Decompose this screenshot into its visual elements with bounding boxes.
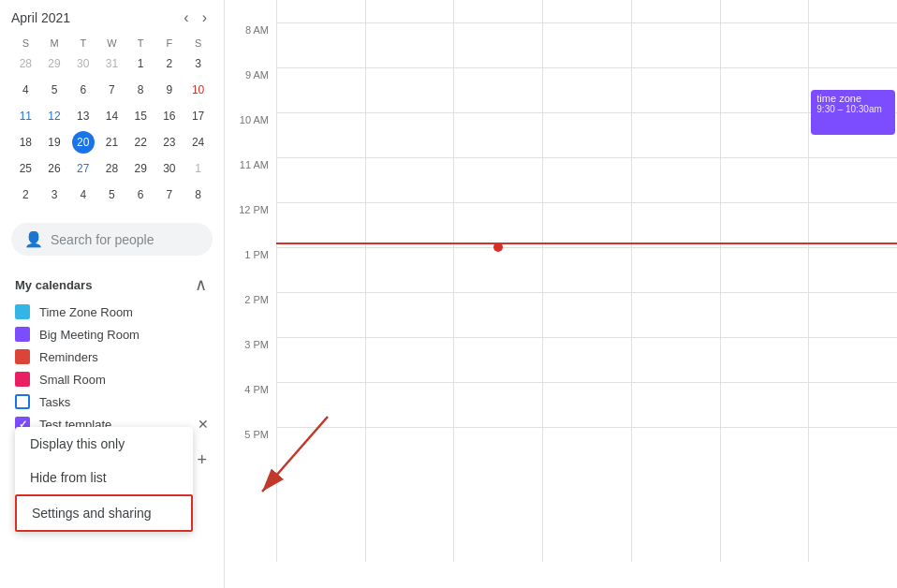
calendar-item-label: Small Room (39, 373, 106, 387)
cal-day-cell[interactable]: 27 (72, 157, 95, 180)
cal-day-cell[interactable]: 28 (14, 52, 37, 75)
prev-month-button[interactable]: ‹ (178, 7, 194, 28)
my-calendars-items: Time Zone RoomBig Meeting RoomRemindersS… (0, 301, 224, 435)
cal-day-cell[interactable]: 26 (43, 157, 66, 180)
cal-day-cell[interactable]: 23 (158, 131, 181, 154)
cal-day-cell[interactable]: 3 (187, 52, 210, 75)
calendar-checkbox[interactable] (15, 394, 30, 409)
mini-calendar: April 2021 ‹ › SMTWTFS 28293031123456789… (0, 0, 224, 215)
cal-day-cell[interactable]: 13 (72, 105, 95, 127)
event-time: 9:30 – 10:30am (816, 104, 890, 114)
cal-day-cell[interactable]: 19 (43, 131, 66, 154)
calendar-checkbox[interactable] (15, 349, 30, 364)
cal-day-cell[interactable]: 7 (158, 184, 181, 206)
cal-day-cell[interactable]: 17 (187, 105, 210, 127)
calendar-checkbox[interactable] (15, 327, 30, 342)
cal-day-cell[interactable]: 1 (129, 52, 152, 75)
cal-day-header: F (155, 36, 184, 51)
my-calendar-item[interactable]: Small Room (0, 368, 224, 390)
cal-day-cell[interactable]: 8 (187, 184, 210, 206)
time-label: 2 PM (225, 292, 276, 337)
context-menu-hide-from-list[interactable]: Hide from list (15, 461, 193, 494)
time-label: 11 AM (225, 157, 276, 202)
my-calendars-header: My calendars ∧ (0, 267, 224, 301)
cal-day-cell[interactable]: 2 (158, 52, 181, 75)
cal-day-cell[interactable]: 6 (129, 184, 152, 206)
cal-day-cell[interactable]: 30 (72, 52, 95, 75)
time-label: 5 PM (225, 427, 276, 472)
cal-day-header: S (11, 36, 40, 51)
cal-day-cell[interactable]: 30 (158, 157, 181, 180)
cal-day-cell[interactable]: 14 (100, 105, 123, 127)
current-time-line (276, 243, 897, 244)
grid-body: time zone9:30 – 10:30am (276, 0, 897, 562)
cal-day-cell[interactable]: 5 (43, 79, 66, 101)
time-label: 4 PM (225, 382, 276, 427)
search-placeholder: Search for people (51, 232, 154, 247)
cal-day-cell[interactable]: 20 (72, 131, 95, 154)
cal-day-cell[interactable]: 4 (72, 184, 95, 206)
cal-day-cell[interactable]: 15 (129, 105, 152, 127)
cal-day-cell[interactable]: 31 (100, 52, 123, 75)
hour-lines (276, 0, 897, 562)
cal-day-cell[interactable]: 28 (100, 157, 123, 180)
calendar-item-label: Big Meeting Room (39, 328, 140, 342)
cal-day-cell[interactable]: 21 (100, 131, 123, 154)
calendar-item-label: Time Zone Room (39, 305, 133, 319)
cal-day-cell[interactable]: 12 (43, 105, 66, 127)
main-calendar: 8 AM9 AM10 AM11 AM12 PM1 PM2 PM3 PM4 PM5… (225, 0, 897, 588)
search-bar[interactable]: 👤 Search for people (11, 223, 213, 256)
cal-day-cell[interactable]: 29 (43, 52, 66, 75)
calendar-list: My calendars ∧ Time Zone RoomBig Meeting… (0, 263, 224, 588)
cal-day-cell[interactable]: 6 (72, 79, 95, 101)
month-year-label: April 2021 (11, 10, 70, 25)
cal-day-header: W (97, 36, 126, 51)
time-label: 9 AM (225, 67, 276, 112)
calendar-grid: SMTWTFS 28293031123456789101112131415161… (11, 36, 213, 208)
current-time-dot (493, 243, 503, 252)
calendar-item-label: Tasks (39, 395, 70, 409)
cal-day-cell[interactable]: 5 (100, 184, 123, 206)
cal-day-cell[interactable]: 16 (158, 105, 181, 127)
my-calendar-item[interactable]: Reminders (0, 345, 224, 368)
cal-day-cell[interactable]: 4 (14, 79, 37, 101)
cal-day-header: M (40, 36, 69, 51)
cal-day-cell[interactable]: 8 (129, 79, 152, 101)
cal-day-cell[interactable]: 29 (129, 157, 152, 180)
my-calendar-item[interactable]: Time Zone Room (0, 301, 224, 323)
time-label: 3 PM (225, 337, 276, 382)
cal-day-cell[interactable]: 25 (14, 157, 37, 180)
my-calendar-item[interactable]: Tasks (0, 390, 224, 413)
my-calendars-collapse-button[interactable]: ∧ (193, 272, 209, 297)
cal-day-cell[interactable]: 18 (14, 131, 37, 154)
cal-day-cell[interactable]: 11 (14, 105, 37, 127)
people-icon: 👤 (24, 230, 43, 248)
calendar-checkbox[interactable] (15, 304, 30, 319)
my-calendar-item[interactable]: Big Meeting Room (0, 323, 224, 345)
calendar-event[interactable]: time zone9:30 – 10:30am (811, 90, 895, 135)
context-menu-display-only[interactable]: Display this only (15, 427, 193, 461)
calendar-item-close[interactable]: ✕ (198, 417, 209, 432)
next-month-button[interactable]: › (197, 7, 213, 28)
context-menu: Display this only Hide from list Setting… (15, 427, 193, 532)
time-labels: 8 AM9 AM10 AM11 AM12 PM1 PM2 PM3 PM4 PM5… (225, 0, 276, 562)
calendar-header: April 2021 ‹ › (11, 7, 213, 28)
cal-day-cell[interactable]: 3 (43, 184, 66, 206)
calendar-item-label: Reminders (39, 350, 98, 364)
cal-day-cell[interactable]: 1 (187, 157, 210, 180)
time-label: 10 AM (225, 112, 276, 157)
cal-day-cell[interactable]: 7 (100, 79, 123, 101)
time-grid[interactable]: 8 AM9 AM10 AM11 AM12 PM1 PM2 PM3 PM4 PM5… (225, 0, 897, 588)
time-label: 1 PM (225, 247, 276, 292)
context-menu-settings-sharing[interactable]: Settings and sharing (15, 494, 193, 532)
cal-day-cell[interactable]: 24 (187, 131, 210, 154)
cal-day-header: T (68, 36, 97, 51)
my-calendars-title: My calendars (15, 278, 92, 292)
time-label: 8 AM (225, 22, 276, 67)
calendar-checkbox[interactable] (15, 372, 30, 387)
cal-day-cell[interactable]: 2 (14, 184, 37, 206)
cal-day-cell[interactable]: 9 (158, 79, 181, 101)
other-calendars-add-button[interactable]: + (195, 448, 209, 472)
cal-day-cell[interactable]: 10 (187, 79, 210, 101)
cal-day-cell[interactable]: 22 (129, 131, 152, 154)
